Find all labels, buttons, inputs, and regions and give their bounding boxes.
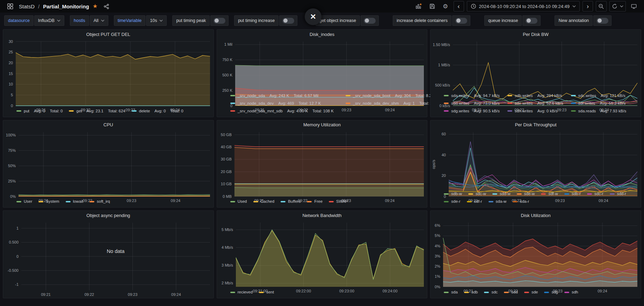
legend-total-value: Total: 0 [50, 108, 63, 114]
legend-item-recieved[interactable]: recieved [230, 289, 253, 296]
legend-item-_srv_node_sda_boot[interactable]: _srv_node_sda_bootAvg: 304Total: 8.21 K [346, 92, 438, 99]
legend-item-sdb[interactable]: sdb [464, 289, 478, 296]
legend-item-Buffers[interactable]: Buffers [281, 198, 301, 205]
legend-item-SWAP[interactable]: SWAP [329, 198, 348, 205]
kiosk-mode-button[interactable] [629, 1, 639, 12]
legend-item-_srv_node_sda[interactable]: _srv_node_sdaAvg: 243 KTotal: 6.57 Mil [230, 92, 334, 99]
variable-select-datasource[interactable]: InfluxDB [34, 15, 64, 26]
legend-item-sdd[interactable]: sdd [504, 289, 518, 296]
legend-item-sda[interactable]: sda [444, 289, 458, 296]
add-panel-button[interactable] [413, 1, 424, 12]
dashboards-grid-icon[interactable] [5, 1, 15, 12]
legend-item-Used[interactable]: Used [230, 198, 247, 205]
favorite-star-icon[interactable]: ★ [93, 3, 97, 9]
zoom-out-time-button[interactable] [596, 1, 607, 12]
legend-item-sdc.writes[interactable]: sdc.writesAvg: 121 kB/s [571, 92, 626, 99]
disk-inodes-chart[interactable]: 1 Mil750 K500 K250 K009:2109:2209:2309:2… [217, 39, 427, 91]
legend-item-sdc[interactable]: sdc [484, 289, 498, 296]
panel-title[interactable]: Per Disk BW [430, 30, 641, 39]
svg-text:15: 15 [9, 72, 13, 76]
legend-item-sent[interactable]: sent [259, 289, 274, 296]
panel-title[interactable]: Disk_inodes [217, 30, 427, 39]
disk-utilization-chart[interactable]: 6%5%4%3%2%1%0%09:2109:2209:2309:24 [430, 220, 641, 288]
chevron-down-icon [57, 20, 60, 22]
variable-select-hostls[interactable]: All [90, 15, 108, 26]
legend-item-get[interactable]: getAvg: 23.1Total: 624 [69, 108, 125, 114]
per-disk-bw-chart[interactable]: 1.50 MB/s1 MB/s500 kB/s0 kB/s09:2109:220… [430, 39, 641, 91]
panel-title[interactable]: Memory Utilization [217, 120, 427, 129]
cpu-chart[interactable]: 100%75%50%25%0%09:2109:2209:2309:24 [3, 129, 214, 197]
share-icon[interactable] [101, 1, 111, 12]
panel-title[interactable]: Disk Utilization [430, 211, 641, 220]
breadcrumb-app[interactable]: StatsD [19, 3, 35, 9]
dashboard-settings-button[interactable]: ⚙ [440, 1, 451, 12]
legend-item-sda-w[interactable]: sda-w [489, 198, 507, 205]
time-shift-forward-button[interactable]: › [583, 1, 593, 12]
svg-text:2 Mb/s: 2 Mb/s [222, 281, 233, 285]
time-range-picker[interactable]: 2024-08-10 09:20:24 to 2024-08-10 09:24:… [467, 1, 580, 12]
panel-title[interactable]: CPU [3, 120, 214, 129]
legend-item-sdb-w[interactable]: sdb-w [444, 191, 462, 197]
legend-color-swatch [587, 193, 592, 195]
legend-item-Free[interactable]: Free [307, 198, 323, 205]
object-put-get-del-chart[interactable]: 30252015105009:2109:2209:2309:24 [3, 39, 214, 107]
toggle-increase-delete-containers[interactable] [452, 15, 470, 26]
legend-color-swatch [132, 110, 137, 112]
dashboard-title[interactable]: Partial_Monitoring [43, 3, 89, 9]
toggle-put-timing-increase[interactable] [279, 15, 297, 26]
legend-item-sda-r[interactable]: sda-r [513, 198, 529, 205]
legend-item-sdd-w[interactable]: sdd-w [492, 191, 511, 197]
legend-item-sda.writes[interactable]: sda.writesAvg: 94.7 kB/s [444, 92, 500, 99]
legend-item-sde-w[interactable]: sde-w [517, 191, 535, 197]
panel-title[interactable]: Object PUT GET DEL [3, 30, 214, 39]
legend-item-sde-r[interactable]: sde-r [444, 198, 460, 205]
legend-color-swatch [571, 110, 576, 112]
legend-item-Cached[interactable]: Cached [253, 198, 275, 205]
legend-item-_srv_node_sda_mnt_sdb[interactable]: _srv_node_sda_mnt_sdbAvg: 4.00 KTotal: 1… [230, 108, 334, 114]
legend-item-sdg.writes[interactable]: sdg.writesAvg: 90.5 kB/s [444, 108, 500, 114]
toggle-put-timing-peak[interactable] [210, 15, 229, 26]
legend-item-User[interactable]: User [16, 198, 32, 205]
legend-item-lowait[interactable]: lowait [66, 198, 83, 205]
close-overlay-button[interactable]: ✕ [305, 8, 321, 25]
legend-item-sdf-r[interactable]: sdf-r [467, 198, 482, 205]
legend-item-sdd-r[interactable]: sdd-r [610, 191, 626, 197]
object-async-pending-chart[interactable]: 10.5000-0.500-109:2109:2209:2309:24No da… [3, 220, 214, 298]
legend-item-sda.reads[interactable]: sda.readsAvg: 7.93 kB/s [571, 108, 626, 114]
legend-item-_srv_node_sda_dev[interactable]: _srv_node_sda_devAvg: 469Total: 12.7 K [230, 100, 334, 107]
refresh-button[interactable] [609, 1, 626, 12]
memory-utilization-chart[interactable]: 50 GB40 GB30 GB20 GB10 GB0 MB09:2109:220… [217, 129, 427, 197]
legend-item-put[interactable]: putAvg: 0Total: 0 [16, 108, 63, 114]
legend-item-soft_irq[interactable]: soft_irq [89, 198, 110, 205]
toggle-get-object-increase[interactable] [361, 15, 379, 26]
legend-item-sdc-w[interactable]: sdc-w [468, 191, 486, 197]
legend-item-sdf.writes[interactable]: sdf.writesAvg: 55.2 kB/s [571, 100, 626, 107]
toggle-new-annotation[interactable] [593, 15, 612, 26]
panel-object-async-pending: Object async pending 10.5000-0.500-109:2… [3, 210, 214, 298]
legend-item-sde.writes[interactable]: sde.writesAvg: 52.6 kB/s [507, 100, 563, 107]
toggle-queue-increase[interactable] [522, 15, 541, 26]
save-dashboard-button[interactable] [427, 1, 437, 12]
panel-title[interactable]: Object async pending [3, 211, 214, 220]
legend-item-sde[interactable]: sde [524, 289, 538, 296]
panel-title[interactable]: Per Disk Throughput [430, 120, 641, 129]
per-disk-throughput-chart[interactable]: 604020009:2109:2209:2309:24ops/s [430, 129, 641, 190]
legend-avg-value: Avg: 243 K [269, 92, 289, 99]
legend-item-System[interactable]: System [38, 198, 59, 205]
legend-item-sdf-w[interactable]: sdf-w [541, 191, 558, 197]
legend-item-_srv_node_sda_dev_shm[interactable]: _srv_node_sda_dev_shmAvg: 1Total: 27 [346, 100, 438, 107]
variable-select-timeVariable[interactable]: 10s [146, 15, 167, 26]
panel-cpu: CPU 100%75%50%25%0%09:2109:2209:2309:24 … [3, 120, 214, 208]
network-bandwidth-chart[interactable]: 5 Mb/s4 Mb/s3 Mb/s2 Mb/s09:21:0009:22:00… [217, 220, 427, 288]
time-shift-back-button[interactable]: ‹ [454, 1, 464, 12]
legend-item-sdb-r[interactable]: sdb-r [564, 191, 581, 197]
legend-item-sdh.writes[interactable]: sdh.writesAvg: 0 kB/s [507, 108, 563, 114]
legend-item-sdb.writes[interactable]: sdb.writesAvg: 294 kB/s [507, 92, 563, 99]
legend-item-sdh[interactable]: sdh [564, 289, 578, 296]
legend-item-sdd.writes[interactable]: sdd.writesAvg: 73.0 kB/s [444, 100, 500, 107]
legend-item-sdc-r[interactable]: sdc-r [587, 191, 603, 197]
legend-item-sdg[interactable]: sdg [544, 289, 558, 296]
chevron-down-icon [620, 5, 623, 7]
panel-title[interactable]: Network Bandwidth [217, 211, 427, 220]
legend-item-delete[interactable]: deleteAvg: 0Total: 0 [132, 108, 183, 114]
